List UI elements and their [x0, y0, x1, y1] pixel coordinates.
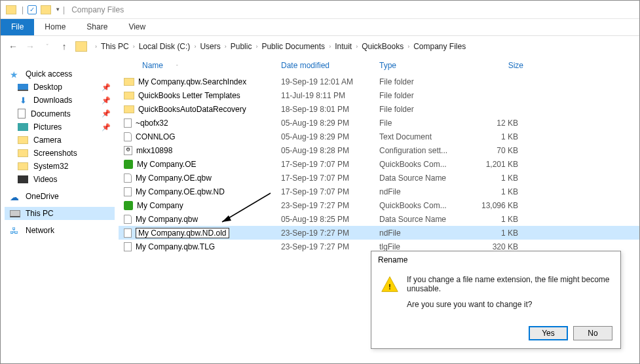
column-date[interactable]: Date modified: [281, 61, 379, 70]
dialog-message-2: Are you sure you want to change it?: [407, 300, 611, 309]
no-button[interactable]: No: [573, 326, 612, 340]
sidebar-item-pictures[interactable]: Pictures📌: [5, 120, 115, 134]
pin-icon: 📌: [102, 123, 111, 132]
file-row[interactable]: QuickBooks Letter Templates11-Jul-19 8:1…: [119, 88, 639, 102]
sort-indicator-icon: ˆ: [176, 64, 178, 69]
chevron-right-icon[interactable]: ›: [95, 43, 97, 50]
crumb[interactable]: Intuit: [335, 42, 352, 51]
file-size: 1 KB: [471, 228, 523, 238]
file-date: 11-Jul-19 8:11 PM: [281, 91, 379, 100]
chevron-right-icon[interactable]: ›: [225, 43, 227, 50]
file-size: 13,096 KB: [471, 201, 523, 210]
file-icon: [124, 118, 132, 128]
column-size[interactable]: Size: [471, 61, 523, 70]
file-size: 1 KB: [471, 132, 523, 141]
chevron-right-icon[interactable]: ›: [356, 43, 358, 50]
sidebar-onedrive[interactable]: ☁OneDrive: [5, 190, 115, 203]
file-row[interactable]: My Company.qbw.ND.old23-Sep-19 7:27 PMnd…: [119, 226, 639, 240]
chevron-right-icon[interactable]: ›: [133, 43, 135, 50]
sidebar-item-videos[interactable]: Videos: [5, 173, 115, 186]
qat-dropdown-icon[interactable]: ▼: [55, 7, 60, 12]
column-name[interactable]: Nameˆ: [124, 61, 281, 70]
sidebar-item-label: Desktop: [33, 82, 62, 92]
file-type: Text Document: [379, 132, 471, 141]
file-row[interactable]: My Company.OE.qbw.ND17-Sep-19 7:07 PMndF…: [119, 185, 639, 198]
pin-icon: 📌: [102, 83, 111, 92]
file-row[interactable]: My Company.qbw.SearchIndex19-Sep-19 12:0…: [119, 75, 639, 88]
file-row[interactable]: CONNLOG05-Aug-19 8:29 PMText Document1 K…: [119, 130, 639, 143]
file-icon: [124, 242, 132, 251]
tab-view[interactable]: View: [118, 19, 156, 35]
address-bar: ← → ˅ ↑ › This PC› Local Disk (C:)› User…: [1, 36, 639, 57]
file-row[interactable]: My Company.OE17-Sep-19 7:07 PMQuickBooks…: [119, 157, 639, 171]
crumb[interactable]: Public: [231, 42, 252, 51]
file-size: 70 KB: [471, 146, 523, 155]
file-row[interactable]: ~qbofx3205-Aug-19 8:29 PMFile12 KB: [119, 116, 639, 130]
file-row[interactable]: mkx1089805-Aug-19 8:28 PMConfiguration s…: [119, 143, 639, 157]
star-icon: ★: [10, 69, 20, 79]
sidebar-item-documents[interactable]: Documents📌: [5, 107, 115, 120]
file-row[interactable]: My Company23-Sep-19 7:27 PMQuickBooks Co…: [119, 198, 639, 212]
file-row[interactable]: QuickBooksAutoDataRecovery18-Sep-19 8:01…: [119, 102, 639, 116]
properties-icon[interactable]: ✓: [28, 5, 37, 14]
navigation-pane: ★ Quick access Desktop📌 ⬇Downloads📌 Docu…: [1, 57, 119, 363]
pin-icon: 📌: [102, 96, 111, 105]
rename-input[interactable]: My Company.qbw.ND.old: [136, 228, 229, 238]
sidebar-item-label: This PC: [26, 209, 54, 218]
crumb[interactable]: Company Files: [413, 42, 466, 51]
sidebar-item-system32[interactable]: System32: [5, 160, 115, 173]
file-date: 05-Aug-19 8:28 PM: [281, 146, 379, 155]
svg-text:!: !: [388, 283, 391, 291]
fileg-icon: [124, 173, 132, 183]
crumb[interactable]: Local Disk (C:): [139, 42, 191, 51]
crumb[interactable]: QuickBooks: [362, 42, 404, 51]
network-icon: 🖧: [10, 226, 20, 235]
chevron-right-icon[interactable]: ›: [255, 43, 257, 50]
sidebar-network[interactable]: 🖧Network: [5, 224, 115, 237]
sidebar-item-downloads[interactable]: ⬇Downloads📌: [5, 94, 115, 107]
folder-icon: [124, 78, 134, 86]
back-button[interactable]: ←: [7, 41, 19, 52]
separator: |: [63, 5, 65, 14]
folder-icon: [124, 105, 134, 113]
tab-share[interactable]: Share: [76, 19, 118, 35]
tab-home[interactable]: Home: [34, 19, 76, 35]
sidebar-quick-access[interactable]: ★ Quick access: [5, 67, 115, 81]
file-date: 17-Sep-19 7:07 PM: [281, 187, 379, 196]
file-date: 05-Aug-19 8:29 PM: [281, 132, 379, 141]
file-name: QuickBooks Letter Templates: [138, 91, 240, 100]
yes-button[interactable]: Yes: [529, 326, 568, 340]
file-row[interactable]: My Company.OE.qbw17-Sep-19 7:07 PMData S…: [119, 171, 639, 185]
up-button[interactable]: ↑: [58, 41, 70, 52]
new-folder-icon[interactable]: [41, 5, 51, 14]
rename-dialog: Rename ! If you change a file name exten…: [371, 251, 621, 349]
chevron-right-icon[interactable]: ›: [407, 43, 409, 50]
chevron-right-icon[interactable]: ›: [329, 43, 331, 50]
tab-file[interactable]: File: [1, 19, 34, 35]
file-date: 17-Sep-19 7:07 PM: [281, 173, 379, 183]
crumb[interactable]: This PC: [101, 42, 129, 51]
folder-icon: [18, 162, 28, 170]
folder-icon: [18, 136, 28, 144]
sidebar-item-label: Network: [26, 226, 54, 235]
sidebar-item-label: OneDrive: [26, 192, 59, 201]
file-type: QuickBooks Com...: [379, 160, 471, 169]
cloud-icon: ☁: [10, 192, 20, 201]
folder-icon: [75, 41, 87, 52]
sidebar-item-camera[interactable]: Camera: [5, 134, 115, 147]
sidebar-item-screenshots[interactable]: Screenshots: [5, 147, 115, 160]
forward-button[interactable]: →: [24, 41, 36, 52]
crumb[interactable]: Users: [200, 42, 220, 51]
column-type[interactable]: Type: [379, 61, 471, 70]
crumb[interactable]: Public Documents: [261, 42, 325, 51]
sidebar-this-pc[interactable]: This PC: [5, 207, 115, 220]
dialog-title: Rename: [371, 251, 620, 268]
chevron-right-icon[interactable]: ›: [194, 43, 196, 50]
breadcrumb[interactable]: › This PC› Local Disk (C:)› Users› Publi…: [92, 42, 633, 51]
recent-dropdown-icon[interactable]: ˅: [41, 41, 53, 52]
sidebar-item-label: Camera: [33, 136, 62, 145]
sidebar-item-label: System32: [33, 162, 68, 171]
file-type: File: [379, 118, 471, 128]
sidebar-item-desktop[interactable]: Desktop📌: [5, 81, 115, 94]
file-row[interactable]: My Company.qbw05-Aug-19 8:25 PMData Sour…: [119, 212, 639, 226]
